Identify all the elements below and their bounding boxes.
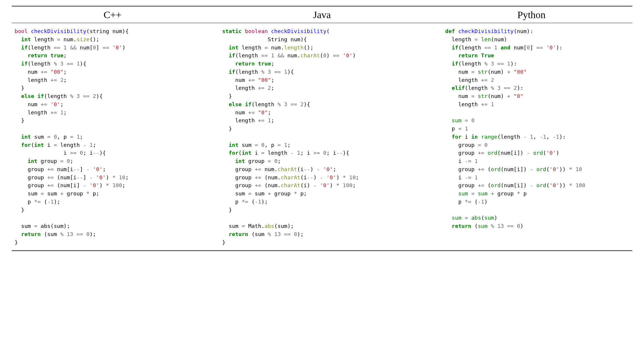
- code-java: static boolean checkDivisibility( String…: [222, 27, 440, 246]
- code-row: bool checkDivisibility(string num){ int …: [12, 23, 632, 250]
- rule-bottom: [12, 250, 632, 251]
- code-comparison-table: C++ Java Python bool checkDivisibility(s…: [12, 6, 632, 251]
- header-row: C++ Java Python: [12, 6, 632, 23]
- code-cell-java: static boolean checkDivisibility( String…: [219, 27, 442, 246]
- header-java: Java: [213, 9, 431, 20]
- code-cell-cpp: bool checkDivisibility(string num){ int …: [12, 27, 219, 246]
- header-python: Python: [431, 9, 632, 20]
- code-cpp: bool checkDivisibility(string num){ int …: [15, 27, 216, 246]
- code-cell-python: def checkDivisibility(num): length = len…: [442, 27, 644, 246]
- header-cpp: C++: [12, 9, 213, 20]
- code-python: def checkDivisibility(num): length = len…: [445, 27, 644, 230]
